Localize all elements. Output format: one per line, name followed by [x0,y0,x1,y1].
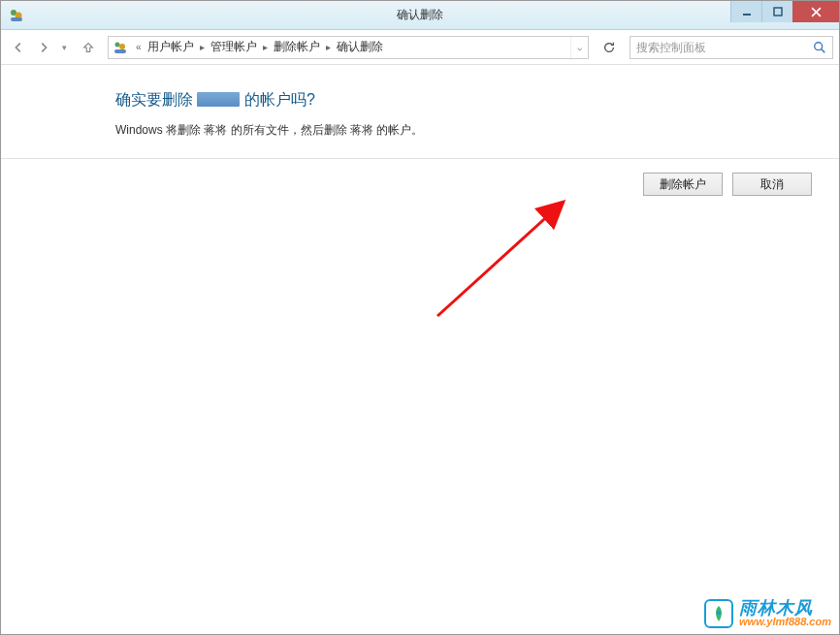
svg-point-5 [115,42,120,47]
svg-rect-2 [11,17,22,21]
history-dropdown-icon[interactable]: ▾ [57,43,71,52]
watermark: 雨林木风 www.ylmf888.com [704,599,831,628]
annotation-arrow [428,190,602,326]
svg-point-10 [717,611,721,615]
watermark-logo-icon [704,599,733,628]
watermark-url: www.ylmf888.com [739,617,831,628]
action-row: 删除帐户 取消 [1,158,839,196]
breadcrumb-prefix: « [132,42,145,52]
navigation-bar: ▾ « 用户帐户 ▸ 管理帐户 ▸ 删除帐户 ▸ 确认删除 ⌵ [1,30,839,65]
chevron-right-icon: ▸ [196,42,209,52]
main-content: 确实要删除 的帐户吗? Windows 将删除 蒋将 的所有文件，然后删除 蒋将… [1,65,839,139]
cancel-button[interactable]: 取消 [732,173,812,196]
redacted-username [197,92,240,107]
window-titlebar: 确认删除 [1,1,839,30]
maximize-button[interactable] [761,1,792,22]
breadcrumb-dropdown-icon[interactable]: ⌵ [570,37,588,58]
breadcrumb-item[interactable]: 用户帐户 [145,36,196,58]
page-heading: 确实要删除 的帐户吗? [115,90,839,111]
window-title: 确认删除 [397,7,443,23]
chevron-right-icon: ▸ [259,42,272,52]
page-description: Windows 将删除 蒋将 的所有文件，然后删除 蒋将 的帐户。 [115,122,839,139]
minimize-button[interactable] [730,1,761,22]
heading-suffix: 的帐户吗? [244,91,315,108]
svg-rect-4 [774,8,782,16]
chevron-right-icon: ▸ [322,42,335,52]
watermark-name: 雨林木风 [739,599,831,618]
svg-point-8 [815,42,823,49]
search-input[interactable] [630,41,807,54]
breadcrumb-item[interactable]: 管理帐户 [209,36,259,58]
svg-point-6 [119,44,125,49]
svg-line-9 [437,202,564,316]
window-controls [730,1,839,22]
back-button[interactable] [7,36,30,59]
breadcrumb[interactable]: « 用户帐户 ▸ 管理帐户 ▸ 删除帐户 ▸ 确认删除 ⌵ [108,36,589,59]
refresh-button[interactable] [597,36,622,59]
svg-rect-7 [114,49,126,53]
search-box [630,36,833,59]
breadcrumb-item[interactable]: 确认删除 [335,36,385,58]
breadcrumb-item[interactable]: 删除帐户 [272,36,322,58]
up-button[interactable] [77,36,100,59]
search-button[interactable] [807,37,832,58]
heading-prefix: 确实要删除 [115,91,193,108]
close-button[interactable] [792,1,839,22]
app-icon [9,8,24,23]
forward-button[interactable] [32,36,55,59]
svg-rect-3 [743,14,751,16]
delete-account-button[interactable]: 删除帐户 [643,173,723,196]
user-accounts-icon [113,40,128,55]
